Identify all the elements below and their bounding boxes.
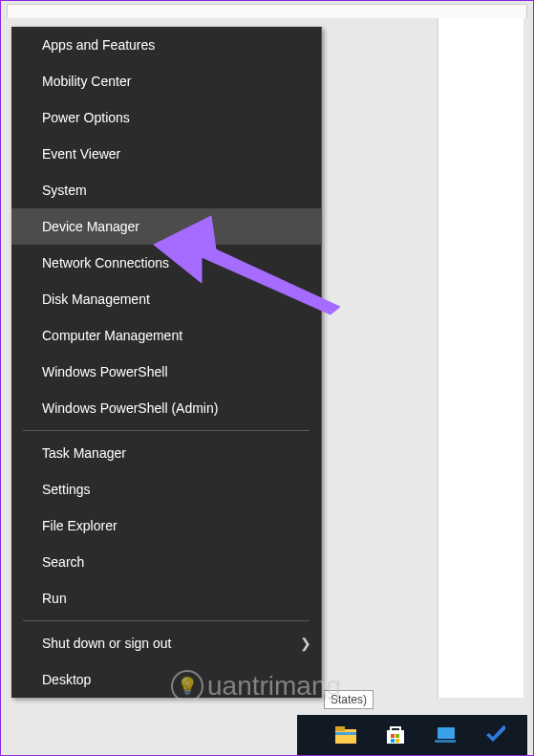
- menu-device-manager[interactable]: Device Manager: [11, 208, 321, 245]
- menu-event-viewer[interactable]: Event Viewer: [11, 136, 321, 172]
- menu-item-label: Device Manager: [42, 219, 139, 234]
- menu-item-label: Apps and Features: [42, 37, 155, 53]
- menu-item-label: Search: [42, 554, 84, 570]
- svg-rect-1: [335, 726, 345, 731]
- menu-computer-management[interactable]: Computer Management: [11, 317, 321, 354]
- taskbar-store-icon[interactable]: [385, 724, 406, 745]
- chevron-right-icon: ❯: [300, 636, 311, 651]
- menu-item-label: Settings: [42, 482, 91, 497]
- menu-task-manager[interactable]: Task Manager: [11, 435, 321, 471]
- menu-item-label: Event Viewer: [42, 146, 120, 162]
- svg-rect-8: [438, 727, 455, 739]
- menu-settings[interactable]: Settings: [11, 471, 321, 508]
- menu-disk-management[interactable]: Disk Management: [11, 281, 321, 317]
- menu-separator: [23, 620, 310, 621]
- window-titlebar-strip: [7, 4, 527, 19]
- menu-item-label: File Explorer: [42, 518, 117, 533]
- menu-item-label: Power Options: [42, 110, 130, 125]
- menu-windows-powershell-admin[interactable]: Windows PowerShell (Admin): [11, 390, 321, 426]
- svg-rect-2: [335, 732, 356, 735]
- menu-mobility-center[interactable]: Mobility Center: [11, 63, 321, 99]
- svg-rect-9: [435, 740, 456, 743]
- menu-item-label: Network Connections: [42, 255, 169, 270]
- menu-power-options[interactable]: Power Options: [11, 99, 321, 136]
- menu-run[interactable]: Run: [11, 580, 321, 616]
- menu-windows-powershell[interactable]: Windows PowerShell: [11, 354, 321, 390]
- menu-item-label: System: [42, 183, 87, 198]
- menu-item-label: Disk Management: [42, 292, 150, 307]
- menu-item-label: Computer Management: [42, 328, 182, 343]
- menu-item-label: Windows PowerShell: [42, 364, 168, 379]
- menu-item-label: Task Manager: [42, 445, 126, 461]
- svg-rect-6: [391, 739, 395, 743]
- svg-rect-7: [395, 739, 399, 743]
- taskbar-file-explorer-icon[interactable]: [335, 724, 356, 745]
- menu-system[interactable]: System: [11, 172, 321, 208]
- svg-rect-5: [395, 734, 399, 738]
- menu-item-label: Mobility Center: [42, 74, 131, 89]
- menu-shutdown-signout[interactable]: Shut down or sign out ❯: [11, 625, 321, 661]
- taskbar-checkmark-icon[interactable]: [484, 724, 505, 745]
- language-indicator-label: States): [331, 693, 367, 706]
- menu-file-explorer[interactable]: File Explorer: [11, 508, 321, 544]
- svg-rect-4: [391, 734, 395, 738]
- menu-item-label: Windows PowerShell (Admin): [42, 400, 218, 416]
- menu-item-label: Run: [42, 591, 67, 606]
- menu-item-label: Shut down or sign out: [42, 636, 171, 651]
- svg-rect-0: [335, 729, 356, 744]
- menu-separator: [23, 430, 310, 431]
- menu-search[interactable]: Search: [11, 544, 321, 580]
- language-indicator[interactable]: States): [324, 690, 374, 709]
- menu-desktop[interactable]: Desktop: [11, 661, 321, 698]
- side-panel: [438, 18, 523, 698]
- menu-item-label: Desktop: [42, 672, 91, 687]
- taskbar-laptop-icon[interactable]: [435, 724, 456, 745]
- menu-network-connections[interactable]: Network Connections: [11, 245, 321, 281]
- power-user-menu: Apps and Features Mobility Center Power …: [11, 27, 322, 698]
- taskbar: [297, 715, 527, 755]
- menu-apps-and-features[interactable]: Apps and Features: [11, 27, 321, 63]
